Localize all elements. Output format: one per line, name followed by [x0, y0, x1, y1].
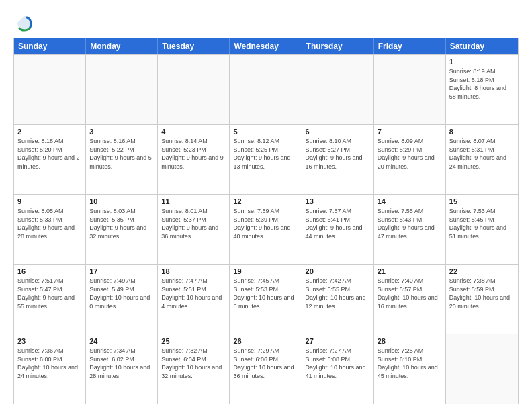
calendar-cell: 24Sunrise: 7:34 AM Sunset: 6:02 PM Dayli…: [86, 334, 158, 404]
day-number: 5: [233, 128, 298, 136]
calendar-header: SundayMondayTuesdayWednesdayThursdayFrid…: [14, 38, 518, 54]
day-info: Sunrise: 8:16 AM Sunset: 5:22 PM Dayligh…: [89, 137, 154, 171]
day-info: Sunrise: 7:59 AM Sunset: 5:39 PM Dayligh…: [233, 207, 298, 240]
calendar-cell: 22Sunrise: 7:38 AM Sunset: 5:59 PM Dayli…: [446, 265, 518, 334]
day-info: Sunrise: 7:36 AM Sunset: 6:00 PM Dayligh…: [17, 347, 82, 380]
day-number: 2: [17, 128, 82, 136]
calendar-cell: 23Sunrise: 7:36 AM Sunset: 6:00 PM Dayli…: [14, 334, 86, 404]
day-number: 10: [89, 197, 154, 205]
calendar-cell: 15Sunrise: 7:53 AM Sunset: 5:45 PM Dayli…: [446, 195, 518, 264]
calendar-cell: 18Sunrise: 7:47 AM Sunset: 5:51 PM Dayli…: [158, 265, 230, 334]
calendar-cell: 8Sunrise: 8:07 AM Sunset: 5:31 PM Daylig…: [446, 125, 518, 194]
weekday-header-thursday: Thursday: [302, 38, 374, 54]
day-number: 21: [378, 267, 442, 275]
page: SundayMondayTuesdayWednesdayThursdayFrid…: [0, 0, 532, 411]
calendar-cell: 14Sunrise: 7:55 AM Sunset: 5:43 PM Dayli…: [374, 195, 446, 264]
weekday-header-sunday: Sunday: [14, 38, 86, 54]
calendar-cell: 17Sunrise: 7:49 AM Sunset: 5:49 PM Dayli…: [86, 265, 158, 334]
day-info: Sunrise: 7:32 AM Sunset: 6:04 PM Dayligh…: [161, 347, 226, 380]
weekday-header-monday: Monday: [86, 38, 158, 54]
day-number: 24: [89, 337, 154, 345]
day-info: Sunrise: 8:12 AM Sunset: 5:25 PM Dayligh…: [233, 137, 298, 171]
calendar-cell: 1Sunrise: 8:19 AM Sunset: 5:18 PM Daylig…: [446, 55, 518, 124]
calendar-row: 16Sunrise: 7:51 AM Sunset: 5:47 PM Dayli…: [14, 264, 518, 334]
day-number: 17: [89, 267, 154, 275]
calendar-cell: 10Sunrise: 8:03 AM Sunset: 5:35 PM Dayli…: [86, 195, 158, 264]
calendar-cell: 21Sunrise: 7:40 AM Sunset: 5:57 PM Dayli…: [374, 265, 446, 334]
day-number: 20: [306, 267, 370, 275]
day-info: Sunrise: 7:42 AM Sunset: 5:55 PM Dayligh…: [306, 277, 370, 310]
day-info: Sunrise: 7:25 AM Sunset: 6:10 PM Dayligh…: [378, 347, 442, 380]
calendar-body: 1Sunrise: 8:19 AM Sunset: 5:18 PM Daylig…: [14, 54, 518, 404]
calendar-row: 9Sunrise: 8:05 AM Sunset: 5:33 PM Daylig…: [14, 194, 518, 264]
day-info: Sunrise: 8:01 AM Sunset: 5:37 PM Dayligh…: [161, 207, 226, 240]
day-number: 7: [378, 128, 442, 136]
day-number: 18: [161, 267, 226, 275]
day-number: 8: [449, 128, 515, 136]
day-info: Sunrise: 8:18 AM Sunset: 5:20 PM Dayligh…: [17, 137, 82, 171]
day-number: 19: [233, 267, 298, 275]
day-number: 6: [306, 128, 370, 136]
day-number: 22: [449, 267, 515, 275]
calendar-cell: 12Sunrise: 7:59 AM Sunset: 5:39 PM Dayli…: [230, 195, 302, 264]
day-number: 26: [233, 337, 298, 345]
day-info: Sunrise: 7:55 AM Sunset: 5:43 PM Dayligh…: [378, 207, 442, 240]
calendar-cell: [14, 55, 86, 124]
day-number: 12: [233, 197, 298, 205]
day-info: Sunrise: 8:19 AM Sunset: 5:18 PM Dayligh…: [449, 67, 515, 101]
calendar-cell: [158, 55, 230, 124]
day-info: Sunrise: 7:51 AM Sunset: 5:47 PM Dayligh…: [17, 277, 82, 310]
day-info: Sunrise: 7:49 AM Sunset: 5:49 PM Dayligh…: [89, 277, 154, 310]
calendar-row: 23Sunrise: 7:36 AM Sunset: 6:00 PM Dayli…: [14, 334, 518, 404]
calendar-cell: 28Sunrise: 7:25 AM Sunset: 6:10 PM Dayli…: [374, 334, 446, 404]
calendar-cell: 20Sunrise: 7:42 AM Sunset: 5:55 PM Dayli…: [302, 265, 374, 334]
day-number: 25: [161, 337, 226, 345]
day-number: 1: [449, 58, 515, 66]
day-number: 11: [161, 197, 226, 205]
day-info: Sunrise: 7:34 AM Sunset: 6:02 PM Dayligh…: [89, 347, 154, 380]
calendar-cell: 19Sunrise: 7:45 AM Sunset: 5:53 PM Dayli…: [230, 265, 302, 334]
day-number: 28: [378, 337, 442, 345]
logo-icon: [15, 13, 34, 32]
day-info: Sunrise: 7:57 AM Sunset: 5:41 PM Dayligh…: [306, 207, 370, 240]
day-info: Sunrise: 8:07 AM Sunset: 5:31 PM Dayligh…: [449, 137, 515, 171]
calendar-row: 2Sunrise: 8:18 AM Sunset: 5:20 PM Daylig…: [14, 124, 518, 194]
day-number: 23: [17, 337, 82, 345]
calendar-cell: 16Sunrise: 7:51 AM Sunset: 5:47 PM Dayli…: [14, 265, 86, 334]
day-info: Sunrise: 7:38 AM Sunset: 5:59 PM Dayligh…: [449, 277, 515, 310]
weekday-header-friday: Friday: [374, 38, 446, 54]
weekday-header-tuesday: Tuesday: [158, 38, 230, 54]
calendar-cell: 27Sunrise: 7:27 AM Sunset: 6:08 PM Dayli…: [302, 334, 374, 404]
calendar-row: 1Sunrise: 8:19 AM Sunset: 5:18 PM Daylig…: [14, 54, 518, 124]
calendar-cell: 3Sunrise: 8:16 AM Sunset: 5:22 PM Daylig…: [86, 125, 158, 194]
day-number: 27: [306, 337, 370, 345]
calendar: SundayMondayTuesdayWednesdayThursdayFrid…: [13, 38, 519, 404]
calendar-cell: 11Sunrise: 8:01 AM Sunset: 5:37 PM Dayli…: [158, 195, 230, 264]
day-info: Sunrise: 7:45 AM Sunset: 5:53 PM Dayligh…: [233, 277, 298, 310]
day-number: 9: [17, 197, 82, 205]
calendar-cell: [230, 55, 302, 124]
calendar-cell: 5Sunrise: 8:12 AM Sunset: 5:25 PM Daylig…: [230, 125, 302, 194]
header: [13, 11, 519, 32]
day-info: Sunrise: 8:05 AM Sunset: 5:33 PM Dayligh…: [17, 207, 82, 240]
calendar-cell: [374, 55, 446, 124]
day-info: Sunrise: 7:53 AM Sunset: 5:45 PM Dayligh…: [449, 207, 515, 240]
day-number: 16: [17, 267, 82, 275]
calendar-cell: 4Sunrise: 8:14 AM Sunset: 5:23 PM Daylig…: [158, 125, 230, 194]
calendar-cell: 26Sunrise: 7:29 AM Sunset: 6:06 PM Dayli…: [230, 334, 302, 404]
day-number: 15: [449, 197, 515, 205]
calendar-cell: [86, 55, 158, 124]
calendar-cell: 7Sunrise: 8:09 AM Sunset: 5:29 PM Daylig…: [374, 125, 446, 194]
calendar-cell: 13Sunrise: 7:57 AM Sunset: 5:41 PM Dayli…: [302, 195, 374, 264]
calendar-cell: [446, 334, 518, 404]
calendar-cell: 9Sunrise: 8:05 AM Sunset: 5:33 PM Daylig…: [14, 195, 86, 264]
day-number: 4: [161, 128, 226, 136]
day-number: 13: [306, 197, 370, 205]
day-info: Sunrise: 8:10 AM Sunset: 5:27 PM Dayligh…: [306, 137, 370, 171]
day-number: 14: [378, 197, 442, 205]
calendar-cell: [302, 55, 374, 124]
day-info: Sunrise: 7:40 AM Sunset: 5:57 PM Dayligh…: [378, 277, 442, 310]
logo: [13, 13, 34, 32]
day-info: Sunrise: 7:47 AM Sunset: 5:51 PM Dayligh…: [161, 277, 226, 310]
day-info: Sunrise: 8:09 AM Sunset: 5:29 PM Dayligh…: [378, 137, 442, 171]
